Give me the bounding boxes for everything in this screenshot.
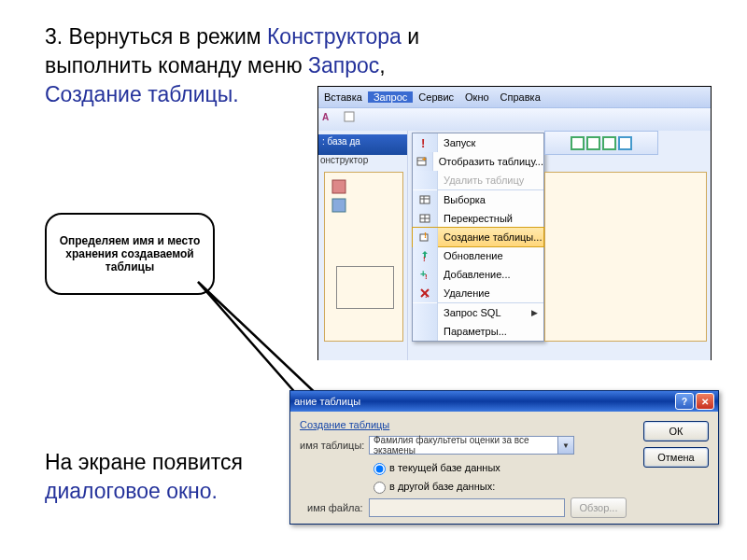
crosstab-icon bbox=[413, 209, 438, 228]
delete-icon: ! bbox=[413, 284, 438, 302]
zapros-dropdown: !Запуск+Отобразить таблицу...Удалить таб… bbox=[412, 133, 544, 342]
menu-spravka[interactable]: Справка bbox=[495, 91, 546, 103]
svg-rect-2 bbox=[332, 180, 345, 193]
menu-zapros[interactable]: Запрос bbox=[368, 91, 413, 103]
select-icon bbox=[413, 190, 438, 209]
file-name-input bbox=[369, 498, 565, 517]
svg-rect-1 bbox=[345, 112, 354, 121]
menu-item-append[interactable]: +!Добавление... bbox=[413, 265, 543, 284]
menu-item-show-table[interactable]: +Отобразить таблицу... bbox=[413, 152, 543, 171]
svg-rect-8 bbox=[420, 196, 430, 203]
name-label: имя таблицы: bbox=[300, 440, 369, 451]
menu-item-label: Обновление bbox=[438, 250, 543, 261]
right-panel: !Запуск+Отобразить таблицу...Удалить таб… bbox=[408, 131, 711, 360]
make-table-icon: ! bbox=[413, 228, 438, 246]
menu-item-Удалить таблицу: Удалить таблицу bbox=[413, 171, 543, 189]
dialog-titlebar: ание таблицы ? ✕ bbox=[290, 391, 718, 412]
menu-item-label: Удалить таблицу bbox=[438, 175, 543, 186]
menu-item-Запрос SQL[interactable]: Запрос SQL▶ bbox=[413, 303, 543, 322]
menu-item-make-table[interactable]: !Создание таблицы... bbox=[412, 227, 544, 247]
left-panel: : база да онструктор bbox=[318, 131, 408, 360]
file-label: имя файла: bbox=[307, 502, 369, 513]
menu-item-label: Запрос SQL bbox=[438, 307, 531, 318]
menu-item-label: Запуск bbox=[438, 137, 543, 148]
menu-item-label: Создание таблицы... bbox=[438, 231, 543, 243]
show-table-icon: + bbox=[413, 152, 433, 171]
svg-text:!: ! bbox=[423, 255, 426, 262]
view-label-left: онструктор bbox=[320, 155, 368, 165]
blank-icon bbox=[413, 171, 438, 189]
svg-text:!: ! bbox=[421, 136, 425, 149]
ok-button[interactable]: ОК bbox=[643, 421, 709, 441]
menu-item-label: Добавление... bbox=[438, 269, 543, 280]
menu-okno[interactable]: Окно bbox=[459, 91, 495, 103]
submenu-arrow-icon: ▶ bbox=[531, 308, 538, 317]
left-frame bbox=[324, 172, 403, 342]
toolbar: A bbox=[318, 107, 711, 131]
menu-item-label: Параметры... bbox=[438, 326, 543, 337]
update-icon: ! bbox=[413, 246, 438, 265]
menu-item-update[interactable]: !Обновление bbox=[413, 246, 543, 265]
menu-item-Параметры...[interactable]: Параметры... bbox=[413, 322, 543, 341]
menu-item-select[interactable]: Выборка bbox=[413, 190, 543, 209]
browse-button: Обзор... bbox=[571, 497, 627, 518]
svg-text:+: + bbox=[422, 155, 427, 163]
run-icon: ! bbox=[413, 133, 438, 152]
close-icon[interactable]: ✕ bbox=[696, 393, 714, 410]
right-frame bbox=[544, 172, 707, 342]
bottom-text: На экране появится диалоговое окно. bbox=[45, 448, 243, 506]
menu-item-run[interactable]: !Запуск bbox=[413, 133, 543, 152]
toolbar-icon[interactable] bbox=[343, 110, 361, 129]
menu-servis[interactable]: Сервис bbox=[413, 91, 459, 103]
blank-icon bbox=[413, 322, 438, 341]
svg-rect-3 bbox=[332, 199, 345, 212]
table-name-combo[interactable]: Фамилия факультеты оценки за все экзамен… bbox=[369, 436, 574, 455]
menu-item-delete[interactable]: !Удаление bbox=[413, 284, 543, 302]
radio-other-db[interactable]: в другой базе данных: bbox=[369, 479, 709, 494]
callout-bubble: Определяем имя и место хранения создавае… bbox=[45, 213, 215, 295]
svg-text:!: ! bbox=[425, 273, 428, 281]
svg-text:!: ! bbox=[425, 291, 428, 300]
create-table-dialog: ание таблицы ? ✕ Создание таблицы имя та… bbox=[289, 390, 719, 525]
svg-text:!: ! bbox=[424, 231, 427, 240]
menu-bar: Вставка Запрос Сервис Окно Справка bbox=[318, 87, 711, 107]
blank-icon bbox=[413, 303, 438, 322]
chevron-down-icon[interactable]: ▼ bbox=[557, 437, 573, 454]
menu-vstavka[interactable]: Вставка bbox=[318, 91, 368, 103]
menu-item-label: Удаление bbox=[438, 287, 543, 299]
append-icon: +! bbox=[413, 265, 438, 284]
svg-text:A: A bbox=[322, 112, 329, 122]
menu-item-label: Отобразить таблицу... bbox=[433, 156, 543, 167]
right-toolbar bbox=[544, 131, 658, 155]
thumbnail bbox=[336, 266, 394, 309]
access-window-screenshot: Вставка Запрос Сервис Окно Справка A : б… bbox=[317, 86, 712, 360]
cancel-button[interactable]: Отмена bbox=[643, 447, 709, 468]
db-title: : база да bbox=[318, 134, 407, 155]
menu-item-label: Перекрестный bbox=[438, 213, 543, 224]
toolbar-icon[interactable]: A bbox=[320, 110, 339, 129]
menu-item-label: Выборка bbox=[438, 194, 543, 205]
help-icon[interactable]: ? bbox=[675, 393, 694, 410]
menu-item-crosstab[interactable]: Перекрестный bbox=[413, 209, 543, 228]
